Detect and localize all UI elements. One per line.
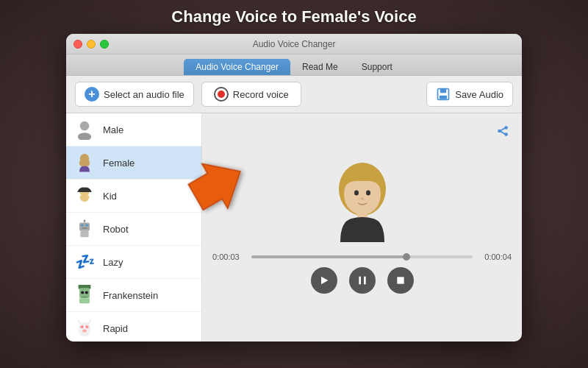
save-label: Save Audio <box>455 89 503 100</box>
voice-item-male[interactable]: Male <box>66 113 201 146</box>
progress-area: 0:00:03 0:00:04 <box>202 252 522 294</box>
window-controls <box>74 40 109 49</box>
window-title: Audio Voice Changer <box>253 39 336 49</box>
svg-point-32 <box>504 126 508 130</box>
progress-fill <box>251 255 406 258</box>
app-window: Audio Voice Changer Audio Voice Changer … <box>66 34 522 342</box>
page-title: Change Voice to Female's Voice <box>171 7 416 26</box>
svg-point-33 <box>504 132 508 136</box>
record-voice-button[interactable]: Record voice <box>201 82 301 107</box>
time-start: 0:00:03 <box>212 252 245 261</box>
tab-support[interactable]: Support <box>350 59 404 75</box>
stop-button[interactable] <box>387 267 414 294</box>
female-avatar-svg <box>326 161 399 242</box>
select-audio-label: Select an audio file <box>104 89 184 100</box>
svg-point-16 <box>81 291 84 294</box>
select-audio-button[interactable]: + Select an audio file <box>75 82 194 107</box>
svg-rect-19 <box>79 298 90 303</box>
progress-thumb <box>403 253 410 261</box>
svg-rect-8 <box>81 224 84 227</box>
tab-bar: Audio Voice Changer Read Me Support <box>66 54 522 76</box>
share-button[interactable] <box>492 121 513 141</box>
female-label: Female <box>103 158 135 169</box>
lazy-label: Lazy <box>103 257 123 268</box>
frankenstein-label: Frankenstein <box>103 290 158 301</box>
kid-label: Kid <box>103 191 117 202</box>
svg-rect-10 <box>82 227 87 229</box>
voice-list: Male Female <box>66 113 202 342</box>
maximize-button[interactable] <box>100 40 109 49</box>
voice-item-frankenstein[interactable]: Frankenstein <box>66 279 201 312</box>
svg-rect-7 <box>79 223 90 231</box>
svg-rect-2 <box>440 96 447 99</box>
voice-item-female[interactable]: Female <box>66 146 201 180</box>
female-avatar-icon <box>74 152 96 174</box>
voice-item-kid[interactable]: Kid <box>66 180 201 213</box>
male-label: Male <box>103 124 123 135</box>
voice-item-lazy[interactable]: 💤 Lazy <box>66 246 201 279</box>
play-icon <box>318 275 330 286</box>
svg-point-38 <box>354 191 359 196</box>
minimize-button[interactable] <box>87 40 96 49</box>
female-voice-preview <box>326 161 399 245</box>
titlebar: Audio Voice Changer <box>66 34 522 54</box>
robot-avatar <box>74 218 96 240</box>
record-icon <box>214 87 229 102</box>
svg-rect-1 <box>440 89 446 93</box>
save-icon <box>436 87 451 102</box>
male-avatar <box>74 118 96 141</box>
progress-track[interactable] <box>251 255 473 258</box>
record-label: Record voice <box>233 89 289 100</box>
play-button[interactable] <box>311 267 337 294</box>
svg-point-4 <box>78 132 91 140</box>
svg-point-13 <box>84 219 86 222</box>
svg-rect-44 <box>397 277 404 283</box>
save-audio-button[interactable]: Save Audio <box>426 82 513 107</box>
robot-label: Robot <box>103 224 129 235</box>
voice-item-rapid[interactable]: Rapid <box>66 312 201 342</box>
time-end: 0:00:04 <box>478 252 512 261</box>
progress-bar-container: 0:00:03 0:00:04 <box>212 252 512 261</box>
tab-audio-voice-changer[interactable]: Audio Voice Changer <box>184 59 290 75</box>
lazy-avatar: 💤 <box>74 251 96 273</box>
rapid-label: Rapid <box>103 323 128 334</box>
svg-marker-41 <box>321 277 328 285</box>
svg-point-39 <box>366 191 370 196</box>
svg-point-40 <box>361 198 364 200</box>
tab-read-me[interactable]: Read Me <box>290 59 350 75</box>
svg-point-23 <box>82 329 87 332</box>
pause-button[interactable] <box>349 267 376 294</box>
playback-controls <box>212 267 512 294</box>
voice-item-robot[interactable]: Robot <box>66 213 201 246</box>
svg-rect-43 <box>364 277 366 285</box>
svg-point-17 <box>85 291 88 294</box>
svg-rect-42 <box>359 277 361 285</box>
close-button[interactable] <box>74 40 82 49</box>
pause-icon <box>356 275 368 286</box>
svg-point-3 <box>80 121 90 131</box>
preview-area: 0:00:03 0:00:04 <box>202 113 522 342</box>
main-content: Male Female <box>66 113 522 342</box>
stop-icon <box>395 275 406 286</box>
svg-rect-11 <box>80 231 88 237</box>
plus-icon: + <box>85 87 99 102</box>
svg-point-34 <box>498 130 501 133</box>
record-dot <box>218 91 225 98</box>
svg-rect-18 <box>82 296 87 297</box>
toolbar: + Select an audio file Record voice Save… <box>66 76 522 113</box>
frankenstein-avatar <box>74 284 96 306</box>
svg-rect-9 <box>85 224 88 227</box>
kid-avatar <box>74 185 96 207</box>
rapid-avatar <box>74 317 96 339</box>
